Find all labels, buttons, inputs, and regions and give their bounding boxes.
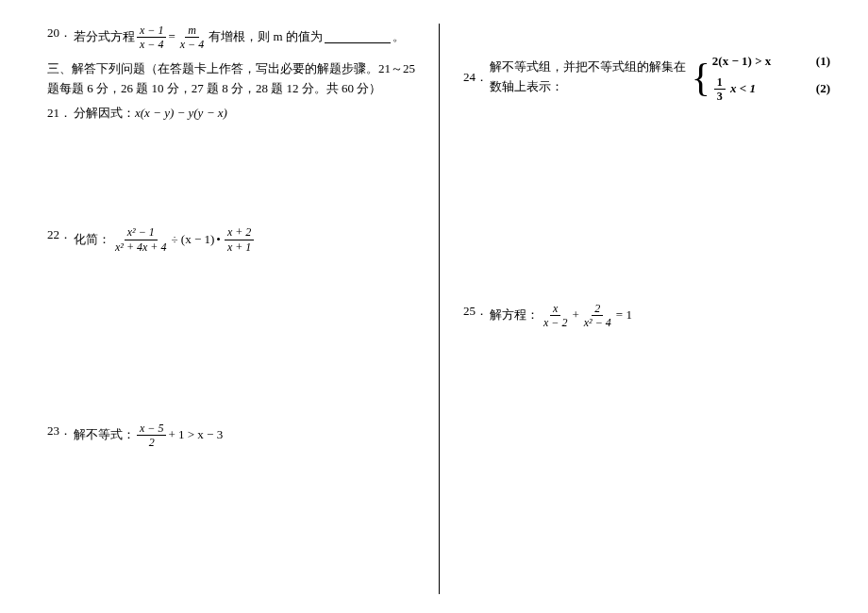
q21-body: 分解因式： x(x − y) − y(y − x)	[74, 104, 227, 124]
q24-system: { 2(x − 1) > x (1) 1 3	[692, 52, 830, 104]
q24-eq2-rest: x < 1	[730, 81, 756, 95]
spacer	[463, 24, 830, 52]
q23-body: 解不等式： x − 5 2 + 1 > x − 3	[74, 422, 223, 450]
q20-blank	[325, 31, 391, 43]
question-25: 25． 解方程： x x − 2 + 2 x² − 4 = 1	[463, 302, 830, 330]
spacer	[47, 261, 415, 422]
q21-number: 21．	[47, 104, 74, 124]
q22-dot: •	[216, 230, 221, 250]
q23-frac-num: x − 5	[137, 422, 166, 436]
q23-frac: x − 5 2	[137, 422, 166, 450]
q24-tag2: (2)	[816, 79, 830, 99]
q24-number: 24．	[463, 68, 490, 88]
q24-eq2: 1 3 x < 1	[712, 75, 807, 104]
q22-label: 化简：	[74, 230, 110, 250]
q25-body: 解方程： x x − 2 + 2 x² − 4 = 1	[490, 302, 632, 330]
q25-frac1-den: x − 2	[541, 316, 570, 329]
right-column: 24． 解不等式组，并把不等式组的解集在数轴上表示： { 2(x − 1) > …	[439, 24, 830, 594]
q20-frac-right-den: x − 4	[177, 38, 207, 51]
q20-frac-left-den: x − 4	[137, 38, 166, 51]
question-24: 24． 解不等式组，并把不等式组的解集在数轴上表示： { 2(x − 1) > …	[463, 52, 830, 104]
question-21: 21． 分解因式： x(x − y) − y(y − x)	[47, 104, 415, 124]
q25-plus: +	[572, 306, 578, 325]
q23-rest: + 1 > x − 3	[168, 425, 223, 445]
q20-number: 20．	[47, 24, 74, 43]
q24-eq1-text: 2(x − 1) > x	[712, 54, 771, 68]
section-3-heading: 三、解答下列问题（在答题卡上作答，写出必要的解题步骤。21～25 题每题 6 分…	[47, 59, 415, 99]
q20-frac-left: x − 1 x − 4	[137, 24, 166, 52]
q23-frac-den: 2	[146, 436, 158, 449]
q21-expr: x(x − y) − y(y − x)	[135, 104, 227, 124]
q22-number: 22．	[47, 225, 74, 245]
spacer	[47, 131, 415, 225]
q24-eq1: 2(x − 1) > x	[712, 52, 807, 72]
q25-frac1-num: x	[550, 302, 560, 316]
q23-number: 23．	[47, 422, 74, 441]
question-22: 22． 化简： x² − 1 x² + 4x + 4 ÷ (x − 1) • x…	[47, 225, 415, 254]
q25-frac1: x x − 2	[541, 302, 570, 330]
q20-frac-right: m x − 4	[177, 24, 207, 52]
q24-frac-num: 1	[714, 75, 726, 90]
q24-line1: 2(x − 1) > x (1)	[712, 52, 830, 72]
q25-frac2-num: 2	[592, 302, 603, 316]
q22-frac2-den: x + 1	[225, 240, 254, 254]
q24-tag1: (1)	[816, 52, 830, 72]
q25-label: 解方程：	[490, 306, 539, 325]
q25-frac2-den: x² − 4	[581, 316, 614, 329]
q20-post2: 。	[392, 27, 405, 47]
question-20: 20． 若分式方程 x − 1 x − 4 = m x − 4 有增根，则 m …	[47, 24, 415, 52]
q20-pre: 若分式方程	[74, 27, 135, 47]
q20-post1: 有增根，则 m 的值为	[209, 27, 323, 47]
q24-frac-den: 3	[714, 90, 726, 103]
q22-body: 化简： x² − 1 x² + 4x + 4 ÷ (x − 1) • x + 2…	[74, 225, 256, 254]
q24-frac: 1 3	[714, 75, 726, 104]
q22-frac1: x² − 1 x² + 4x + 4	[112, 225, 169, 254]
q20-frac-left-num: x − 1	[137, 24, 166, 38]
question-23: 23． 解不等式： x − 5 2 + 1 > x − 3	[47, 422, 415, 450]
brace-icon: {	[692, 58, 710, 97]
q24-label: 解不等式组，并把不等式组的解集在数轴上表示：	[490, 58, 692, 97]
q22-frac1-den: x² + 4x + 4	[112, 240, 169, 254]
q23-label: 解不等式：	[74, 425, 135, 445]
q20-frac-right-num: m	[185, 24, 199, 38]
q25-frac2: 2 x² − 4	[581, 302, 614, 330]
q20-body: 若分式方程 x − 1 x − 4 = m x − 4 有增根，则 m 的值为 …	[74, 24, 405, 52]
q21-label: 分解因式：	[74, 104, 135, 124]
q24-line2: 1 3 x < 1 (2)	[712, 75, 830, 104]
q22-frac1-num: x² − 1	[125, 225, 158, 240]
spacer	[463, 104, 830, 302]
q22-op1: ÷ (x − 1)	[171, 230, 214, 250]
q22-frac2-num: x + 2	[225, 225, 254, 240]
q22-frac2: x + 2 x + 1	[225, 225, 254, 254]
q25-eq: = 1	[616, 306, 632, 325]
q20-eq: =	[168, 27, 175, 47]
left-column: 20． 若分式方程 x − 1 x − 4 = m x − 4 有增根，则 m …	[47, 24, 439, 594]
q25-number: 25．	[463, 302, 490, 322]
